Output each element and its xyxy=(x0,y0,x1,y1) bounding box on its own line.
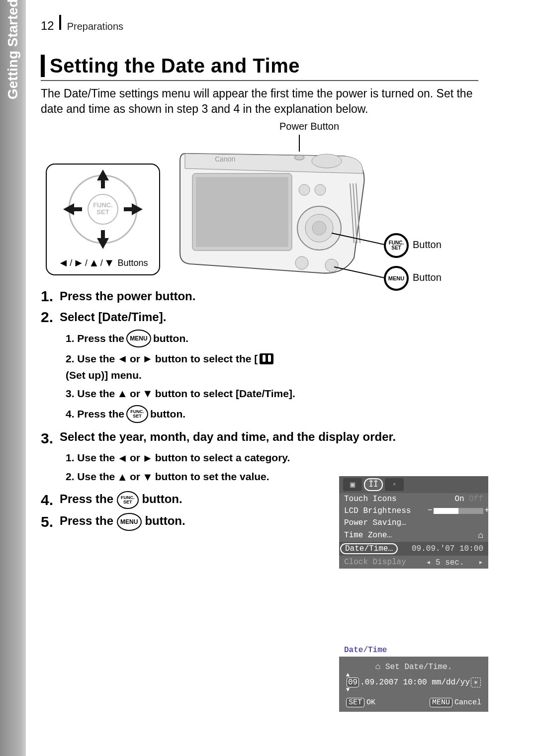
svg-point-14 xyxy=(294,155,304,160)
arrow-down-icon: ▼ xyxy=(104,256,115,269)
menu-row-power-saving: Power Saving… xyxy=(339,517,488,529)
step-4-number: 4. xyxy=(41,492,55,508)
arrow-left-icon: ◄ xyxy=(58,256,69,269)
menu-row-time-zone: Time Zone… xyxy=(339,529,488,542)
step-3: 3. Select the year, month, day and time,… xyxy=(41,430,478,447)
heading-bar xyxy=(41,55,45,77)
dpad-enlargement: FUNC. SET ISO ◄/ ►/ ▲/ ▼ Buttons xyxy=(46,164,160,275)
intro-paragraph: The Date/Time settings menu will appear … xyxy=(41,86,478,117)
func-set-button-icon: FUNC.SET xyxy=(126,405,148,423)
step-2: 2. Select [Date/Time]. xyxy=(41,309,478,326)
dst-sun-icon: ☀ xyxy=(471,677,481,687)
step-2-number: 2. xyxy=(41,309,55,326)
step-4-text: Press the FUNC.SET button. xyxy=(60,491,182,509)
page-content: 12 Preparations Setting the Date and Tim… xyxy=(41,15,478,535)
menu-button-icon: MENU xyxy=(126,330,151,347)
camera-illustration: Canon xyxy=(155,134,384,283)
setup-tab-icon: ĬĬ xyxy=(364,478,383,491)
svg-marker-23 xyxy=(97,169,109,188)
step-2-3: 3. Use the ▲ or ▼ button to select [Date… xyxy=(66,386,309,401)
menu-row-clock-display: Clock Display ◂ 5 sec. ▸ xyxy=(339,556,488,569)
svg-marker-26 xyxy=(124,203,143,215)
section-title: Setting the Date and Time xyxy=(50,55,300,77)
step-3-1: 1. Use the ◄ or ► button to select a cat… xyxy=(66,451,309,466)
home-icon xyxy=(478,530,483,540)
arrow-left-icon: ◄ xyxy=(117,351,128,366)
datetime-set-ok: SETOK xyxy=(346,698,375,707)
func-set-callout-icon: FUNC.SET xyxy=(384,233,409,258)
arrow-left-icon: ◄ xyxy=(117,451,128,466)
step-1-text: Press the power button. xyxy=(60,289,195,303)
menu-row-lcd-brightness: LCD Brightness xyxy=(339,505,488,517)
menu-tabs: ▣ ĬĬ ◦ xyxy=(339,476,488,493)
svg-point-11 xyxy=(295,256,308,269)
arrow-right-icon: ► xyxy=(73,256,84,269)
updown-arrows-icon: ▲▼ xyxy=(346,672,350,692)
datetime-menu-cancel: MENUCancel xyxy=(430,698,481,707)
section-heading: Setting the Date and Time xyxy=(41,55,478,77)
step-2-substeps: 1. Press the MENU button. 2. Use the ◄ o… xyxy=(66,330,478,423)
datetime-rest: .09.2007 10:00 mm/dd/yy xyxy=(360,678,470,687)
datetime-title: Date/Time xyxy=(339,644,488,657)
svg-text:Canon: Canon xyxy=(215,155,235,163)
svg-rect-2 xyxy=(196,177,288,247)
menu-row-date-time: Date/Time… 09.09.'07 10:00 xyxy=(339,542,488,556)
step-1: 1. Press the power button. xyxy=(41,288,478,305)
arrow-up-icon: ▲ xyxy=(117,470,128,485)
dpad-illustration: FUNC. SET ISO xyxy=(58,168,148,253)
step-2-1: 1. Press the MENU button. xyxy=(66,330,309,347)
svg-point-13 xyxy=(312,154,342,168)
svg-point-10 xyxy=(315,184,326,195)
step-2-2: 2. Use the ◄ or ► button to select the [… xyxy=(66,351,309,382)
side-tab: Getting Started xyxy=(0,0,26,756)
arrow-right-icon: ► xyxy=(142,351,153,366)
page-header: 12 Preparations xyxy=(41,15,478,33)
section-rule xyxy=(41,80,478,81)
arrow-down-icon: ▼ xyxy=(142,386,153,401)
side-tab-label: Getting Started xyxy=(5,0,21,99)
svg-point-9 xyxy=(299,184,310,195)
svg-marker-25 xyxy=(63,203,82,215)
menu-row-touch-icons: Touch Icons On Off xyxy=(339,493,488,505)
arrow-down-icon: ▼ xyxy=(142,470,153,485)
setup-tools-icon xyxy=(260,353,273,364)
camera-diagram: Power Button xyxy=(41,124,478,278)
func-set-callout-text: FUNC.SET xyxy=(389,241,404,251)
menu-callout-text: MENU xyxy=(388,276,404,281)
svg-point-12 xyxy=(325,259,338,272)
step-3-number: 3. xyxy=(41,430,55,447)
datetime-subtitle: Set Date/Time. xyxy=(339,657,488,674)
func-set-button-label: Button xyxy=(413,239,442,251)
arrow-up-icon: ▲ xyxy=(89,256,99,269)
step-2-text: Select [Date/Time]. xyxy=(60,310,166,324)
chapter-label: Preparations xyxy=(67,21,123,32)
datetime-footer: SETOK MENUCancel xyxy=(339,696,488,709)
arrow-up-icon: ▲ xyxy=(117,386,128,401)
svg-point-8 xyxy=(312,221,326,235)
header-divider xyxy=(59,15,61,30)
menu-button-icon: MENU xyxy=(117,513,142,531)
home-icon xyxy=(375,663,381,672)
person-tab-icon: ◦ xyxy=(385,478,404,491)
setup-menu-screenshot: ▣ ĬĬ ◦ Touch Icons On Off LCD Brightness… xyxy=(339,476,488,569)
step-2-4: 4. Press the FUNC.SET button. xyxy=(66,405,309,423)
arrow-right-icon: ► xyxy=(142,451,153,466)
step-5-text: Press the MENU button. xyxy=(60,513,185,531)
svg-text:FUNC.: FUNC. xyxy=(93,201,113,209)
datetime-set-screenshot: Date/Time Set Date/Time. ▲▼ 09 .09.2007 … xyxy=(339,644,488,712)
svg-text:SET: SET xyxy=(96,208,109,216)
func-set-button-icon: FUNC.SET xyxy=(117,491,139,509)
brightness-slider-icon xyxy=(434,508,483,514)
datetime-value-row: ▲▼ 09 .09.2007 10:00 mm/dd/yy ☀ xyxy=(339,674,488,696)
step-1-number: 1. xyxy=(41,288,55,305)
menu-button-label: Button xyxy=(413,272,442,283)
svg-marker-24 xyxy=(97,230,109,249)
step-3-text: Select the year, month, day and time, an… xyxy=(60,430,396,444)
camera-tab-icon: ▣ xyxy=(343,478,362,491)
menu-callout-icon: MENU xyxy=(384,266,409,291)
page-number: 12 xyxy=(41,19,54,33)
svg-line-17 xyxy=(334,267,384,279)
step-5-number: 5. xyxy=(41,513,55,530)
power-button-label: Power Button xyxy=(279,121,339,132)
step-3-2: 2. Use the ▲ or ▼ button to set the valu… xyxy=(66,470,309,485)
